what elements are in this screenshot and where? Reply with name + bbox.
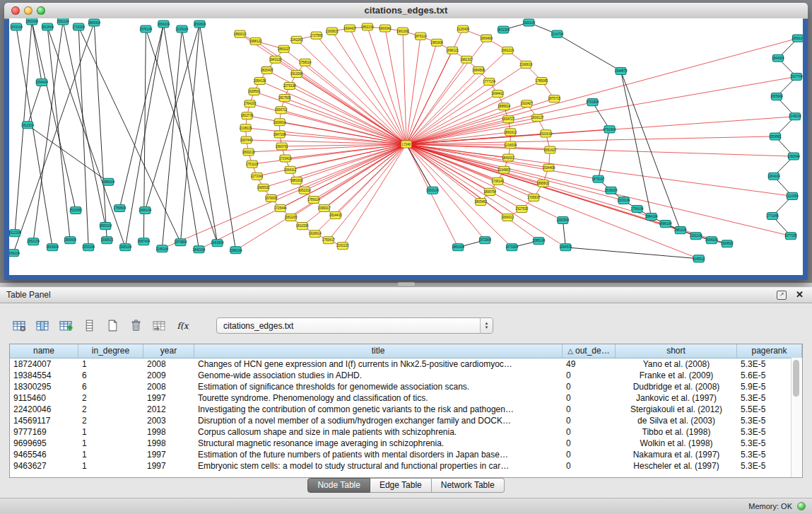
graph-node[interactable]: 1959104 bbox=[792, 35, 803, 42]
graph-node[interactable]: 1893104 bbox=[99, 223, 112, 230]
graph-node[interactable]: 1905532 bbox=[257, 184, 270, 191]
graph-node[interactable]: 2099317 bbox=[318, 204, 331, 211]
graph-node[interactable]: 1815405 bbox=[261, 66, 273, 74]
graph-node[interactable]: 6791904 bbox=[604, 126, 616, 133]
graph-node[interactable]: 2054404 bbox=[35, 78, 48, 86]
new-column-icon[interactable] bbox=[58, 318, 73, 332]
graph-node[interactable]: 1912304 bbox=[9, 230, 21, 237]
show-columns-icon[interactable] bbox=[35, 318, 50, 332]
graph-node[interactable]: 2066104 bbox=[139, 206, 151, 214]
graph-node[interactable]: 1694104 bbox=[705, 237, 718, 244]
graph-node[interactable]: 1961308 bbox=[396, 28, 409, 35]
graph-node[interactable]: 1758114 bbox=[299, 59, 312, 66]
window-titlebar[interactable]: citations_edges.txt bbox=[4, 3, 808, 19]
rows-icon[interactable] bbox=[81, 318, 97, 332]
graph-node[interactable]: 1920104 bbox=[522, 19, 535, 26]
graph-node[interactable]: 1669342 bbox=[379, 25, 392, 32]
tab-edge-table[interactable]: Edge Table bbox=[370, 478, 432, 493]
graph-node[interactable]: 1979935 bbox=[265, 194, 278, 201]
graph-node[interactable]: 1936712 bbox=[275, 107, 288, 114]
graph-node[interactable]: 2161123 bbox=[336, 243, 349, 250]
graph-node[interactable]: 1750417 bbox=[322, 237, 335, 244]
graph-node[interactable]: 1673304 bbox=[505, 244, 518, 251]
graph-node[interactable]: 2160619 bbox=[519, 61, 532, 68]
graph-node[interactable]: 2096104 bbox=[230, 247, 242, 254]
graph-node[interactable]: 1860127 bbox=[278, 45, 290, 52]
graph-node[interactable]: 2125439 bbox=[457, 25, 469, 33]
graph-node[interactable]: 1918104 bbox=[605, 187, 618, 194]
graph-node[interactable]: 1972904 bbox=[478, 237, 491, 244]
graph-node[interactable]: 1696104 bbox=[659, 221, 672, 228]
graph-node[interactable]: 2052104 bbox=[27, 238, 40, 245]
graph-node[interactable]: 1889514 bbox=[498, 103, 510, 110]
graph-node[interactable]: 1952310 bbox=[298, 187, 311, 194]
memory-status-icon[interactable] bbox=[797, 502, 806, 510]
table-row[interactable]: 946554611997Estimation of the future num… bbox=[10, 449, 802, 460]
graph-node[interactable]: 1715204 bbox=[72, 23, 85, 30]
column-header-year[interactable]: year bbox=[143, 344, 194, 358]
network-graph[interactable]: 1724018900131998122224226317275651860127… bbox=[9, 18, 803, 275]
graph-node[interactable]: 1094532 bbox=[559, 244, 572, 251]
graph-node[interactable]: 2033104 bbox=[618, 197, 630, 204]
combo-stepper-icon[interactable]: ▲▼ bbox=[480, 318, 493, 333]
graph-node[interactable]: 1684508 bbox=[472, 66, 485, 74]
graph-node[interactable]: 1534409 bbox=[542, 164, 555, 171]
graph-node[interactable]: 1789114 bbox=[307, 196, 320, 203]
graph-node[interactable]: 1963304 bbox=[25, 18, 38, 25]
column-header-out-de-[interactable]: △out_de… bbox=[563, 344, 616, 358]
graph-node[interactable]: 1990731 bbox=[276, 143, 288, 150]
graph-node[interactable]: 1841617 bbox=[502, 154, 514, 161]
graph-node[interactable]: 1927704 bbox=[790, 73, 803, 80]
graph-node[interactable]: 17240 bbox=[401, 141, 411, 148]
graph-node[interactable]: 2009914 bbox=[273, 119, 286, 126]
graph-node[interactable]: 1890013 bbox=[234, 30, 247, 37]
graph-node[interactable]: 2260815 bbox=[326, 28, 339, 35]
graph-node[interactable]: 2085104 bbox=[532, 238, 545, 245]
graph-node[interactable]: 1830210 bbox=[242, 148, 255, 156]
column-header-name[interactable]: name bbox=[10, 344, 78, 358]
graph-node[interactable]: 1989104 bbox=[102, 178, 114, 185]
graph-node[interactable]: 2242263 bbox=[290, 36, 303, 43]
graph-node[interactable]: 1559581 bbox=[769, 133, 782, 140]
graph-node[interactable]: 1953104 bbox=[426, 187, 439, 194]
graph-node[interactable]: 1816127 bbox=[531, 115, 543, 122]
graph-node[interactable]: 1976104 bbox=[139, 25, 152, 33]
graph-node[interactable]: 1604727 bbox=[502, 116, 514, 123]
graph-node[interactable]: 1910427 bbox=[520, 100, 533, 107]
graph-node[interactable]: 1216034 bbox=[504, 141, 517, 148]
graph-node[interactable]: 1663904 bbox=[211, 240, 224, 247]
graph-node[interactable]: 1777134 bbox=[483, 78, 495, 85]
graph-node[interactable]: 1653104 bbox=[10, 23, 23, 30]
table-row[interactable]: 977716911998Corpus callosum shape and si… bbox=[10, 426, 802, 438]
graph-node[interactable]: 1687404 bbox=[137, 238, 150, 245]
graph-node[interactable]: 1889304 bbox=[88, 19, 100, 26]
graph-node[interactable]: 1705937 bbox=[527, 194, 540, 201]
table-row[interactable]: 1456911722003Disruption of a novel membe… bbox=[10, 415, 802, 426]
table-row[interactable]: 946362711997Embryonic stem cells: a mode… bbox=[10, 460, 802, 472]
column-header-title[interactable]: title bbox=[194, 344, 563, 358]
delete-icon[interactable] bbox=[128, 318, 143, 332]
new-document-icon[interactable] bbox=[105, 318, 120, 332]
graph-node[interactable]: 1733410 bbox=[279, 155, 292, 162]
graph-node[interactable]: 2054136 bbox=[254, 77, 266, 84]
graph-node[interactable]: 2275138 bbox=[283, 82, 296, 89]
graph-node[interactable]: 1852216 bbox=[361, 23, 374, 30]
table-row[interactable]: 2242004622012Investigating the contribut… bbox=[10, 404, 802, 415]
graph-node[interactable]: 1093504 bbox=[556, 217, 569, 224]
graph-node[interactable]: 1961219 bbox=[501, 47, 514, 54]
column-header-in-degree[interactable]: in_degree bbox=[78, 344, 143, 358]
graph-node[interactable]: 1812604 bbox=[41, 23, 54, 30]
column-header-pagerank[interactable]: pagerank bbox=[737, 344, 802, 358]
table-row[interactable]: 911546021997Tourette syndrome. Phenomeno… bbox=[10, 392, 802, 404]
graph-node[interactable]: 1907443 bbox=[240, 136, 253, 144]
graph-node[interactable]: 1984104 bbox=[645, 214, 658, 221]
graph-node[interactable]: 1754104 bbox=[631, 205, 644, 212]
graph-node[interactable]: 1771045 bbox=[766, 213, 779, 220]
graph-node[interactable]: 2273341 bbox=[251, 173, 264, 180]
table-options-icon[interactable] bbox=[11, 318, 27, 332]
graph-node[interactable]: 1210354 bbox=[786, 192, 799, 199]
table-row[interactable]: 969969511998Structural magnetic resonanc… bbox=[10, 438, 802, 449]
graph-node[interactable]: 2250104 bbox=[82, 244, 95, 251]
graph-node[interactable]: 1677205 bbox=[784, 233, 797, 240]
graph-node[interactable]: 1926614 bbox=[309, 230, 322, 238]
